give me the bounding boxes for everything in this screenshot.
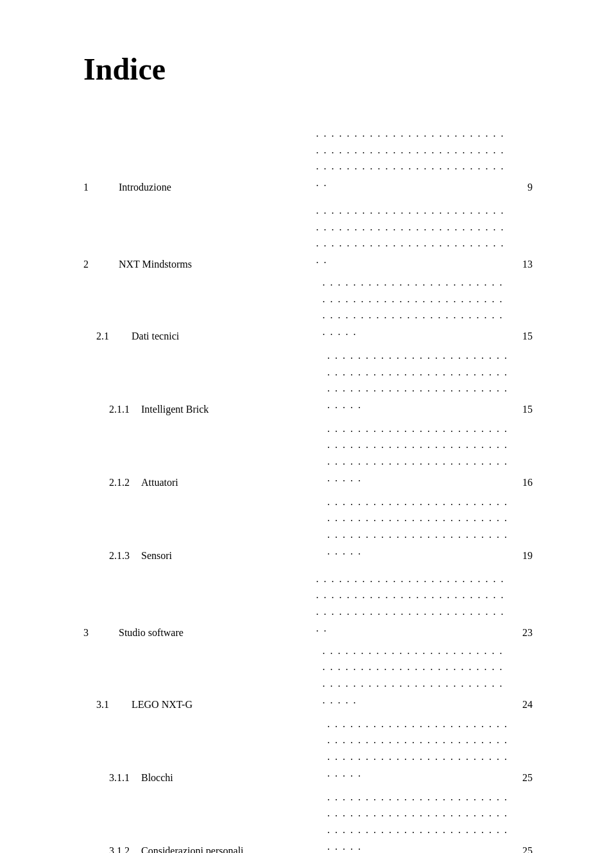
toc-number: 3.1.1: [83, 770, 141, 786]
toc-number: 1: [83, 179, 119, 196]
toc-page: 13: [513, 256, 533, 273]
toc-dots: [314, 202, 514, 273]
toc-label: Dati tecnici: [132, 328, 320, 345]
toc-number: 2.1: [83, 328, 132, 345]
page-title: Indice: [83, 51, 533, 87]
toc-number: 2: [83, 256, 119, 273]
toc-number: 2.1.3: [83, 547, 141, 564]
toc-label: LEGO NXT-G: [132, 696, 320, 713]
toc-page: 9: [513, 179, 533, 196]
toc-label: Introduzione: [119, 179, 314, 196]
toc-entry-s2.1.3: 2.1.3 Sensori 19: [83, 494, 533, 564]
toc-page: 25: [513, 843, 533, 853]
toc-entry-ch1: 1 Introduzione 9: [83, 125, 533, 196]
toc-label: Blocchi: [141, 770, 325, 786]
toc-entry-s2.1: 2.1 Dati tecnici 15: [83, 274, 533, 345]
toc-label: Studio software: [119, 625, 314, 641]
toc-dots: [325, 494, 513, 564]
toc-number: 2.1.2: [83, 474, 141, 491]
toc-dots: [325, 716, 513, 786]
toc-entry-s3.1.2: 3.1.2 Considerazioni personali 25: [83, 789, 533, 853]
toc-entry-ch3: 3 Studio software 23: [83, 571, 533, 641]
table-of-contents: 1 Introduzione 9 2 NXT Mindstorms 13 2.1…: [83, 125, 533, 853]
toc-number: 3.1: [83, 696, 132, 713]
toc-entry-s2.1.1: 2.1.1 Intelligent Brick 15: [83, 347, 533, 418]
toc-number: 3: [83, 625, 119, 641]
toc-dots: [314, 125, 514, 196]
toc-page: 15: [513, 401, 533, 418]
toc-dots: [325, 789, 513, 853]
toc-dots: [320, 274, 514, 345]
toc-page: 24: [513, 696, 533, 713]
toc-label: Sensori: [141, 547, 325, 564]
toc-entry-s3.1: 3.1 LEGO NXT-G 24: [83, 642, 533, 713]
toc-label: NXT Mindstorms: [119, 256, 314, 273]
page: Indice 1 Introduzione 9 2 NXT Mindstorms…: [83, 0, 533, 853]
toc-label: Attuatori: [141, 474, 325, 491]
toc-page: 25: [513, 770, 533, 786]
toc-page: 23: [513, 625, 533, 641]
toc-dots: [314, 571, 514, 641]
toc-label: Intelligent Brick: [141, 401, 325, 418]
toc-dots: [320, 642, 514, 713]
toc-number: 2.1.1: [83, 401, 141, 418]
toc-dots: [325, 347, 513, 418]
toc-entry-s3.1.1: 3.1.1 Blocchi 25: [83, 716, 533, 786]
toc-entry-s2.1.2: 2.1.2 Attuatori 16: [83, 420, 533, 491]
toc-page: 19: [513, 547, 533, 564]
toc-number: 3.1.2: [83, 843, 141, 853]
toc-page: 16: [513, 474, 533, 491]
toc-entry-ch2: 2 NXT Mindstorms 13: [83, 202, 533, 273]
toc-page: 15: [513, 328, 533, 345]
toc-label: Considerazioni personali: [141, 843, 325, 853]
toc-dots: [325, 420, 513, 491]
